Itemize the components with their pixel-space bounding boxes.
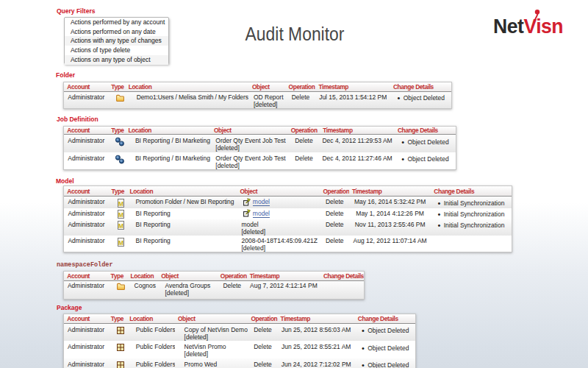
svg-text:M: M [118,238,123,246]
svg-text:M: M [118,222,123,230]
svg-text:M: M [118,211,123,219]
svg-text:M: M [118,199,123,207]
